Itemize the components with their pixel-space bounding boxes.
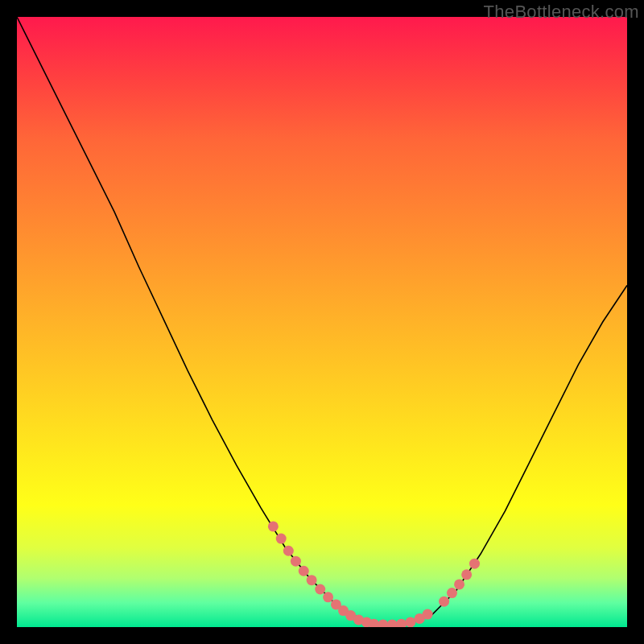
highlight-dot [323, 592, 333, 602]
curve-line [17, 17, 627, 624]
highlight-dot [276, 534, 287, 544]
highlight-dot [423, 609, 433, 620]
highlight-dot [378, 619, 388, 627]
highlight-dot [396, 619, 407, 627]
chart-svg [17, 17, 627, 627]
highlight-dot [387, 619, 398, 627]
watermark-text: TheBottleneck.com [484, 2, 639, 23]
highlight-dot [469, 559, 480, 569]
highlight-dot [299, 566, 309, 576]
highlight-dot [268, 521, 279, 531]
highlight-dot [307, 575, 317, 585]
highlight-dot [405, 617, 415, 627]
highlight-dot [291, 556, 301, 567]
highlight-dot [461, 569, 472, 580]
chart-plot-area [17, 17, 627, 627]
highlight-dot [454, 579, 464, 589]
highlight-dot [283, 546, 294, 556]
highlight-dot [447, 588, 457, 598]
highlight-dot [315, 584, 325, 595]
highlight-dot [439, 597, 449, 607]
